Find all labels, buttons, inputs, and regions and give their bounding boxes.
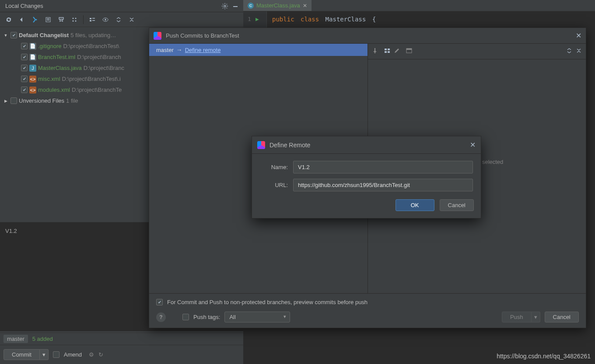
- svg-rect-21: [406, 49, 412, 50]
- history-icon[interactable]: ↻: [98, 351, 103, 358]
- file-icon: 📄: [29, 54, 36, 61]
- group-by-icon[interactable]: [68, 14, 80, 26]
- svg-rect-10: [90, 18, 91, 19]
- svg-point-15: [105, 19, 106, 21]
- chevron-right-icon[interactable]: ▶: [3, 99, 9, 103]
- define-remote-titlebar: Define Remote ✕: [252, 136, 481, 154]
- watermark: https://blog.csdn.net/qq_34826261: [497, 353, 591, 360]
- unversioned-checkbox[interactable]: [10, 97, 17, 104]
- changelist-checkbox[interactable]: [10, 32, 17, 38]
- collapse-all-icon[interactable]: [575, 47, 582, 55]
- layout-icon[interactable]: [406, 47, 413, 55]
- define-remote-dialog: Define Remote ✕ Name: URL: OK Cancel: [252, 136, 481, 218]
- commit-dropdown-button[interactable]: ▾: [40, 349, 49, 360]
- expand-all-icon[interactable]: [566, 47, 573, 55]
- gutter: 1 ▶: [243, 11, 267, 29]
- chevron-down-icon[interactable]: ▼: [3, 33, 9, 38]
- arrow-right-icon: →: [176, 46, 182, 53]
- diff-icon[interactable]: [29, 14, 41, 26]
- svg-rect-17: [388, 49, 390, 50]
- gear-icon[interactable]: ⚙: [89, 351, 94, 358]
- collapse-all-icon[interactable]: [126, 14, 138, 26]
- intellij-logo-icon: [257, 141, 265, 149]
- file-path: D:\project\BranchTest\: [63, 43, 119, 49]
- push-tags-checkbox[interactable]: [182, 314, 189, 320]
- svg-rect-5: [47, 20, 49, 21]
- close-tab-icon[interactable]: ✕: [303, 3, 307, 9]
- svg-rect-12: [92, 18, 95, 19]
- changelist-name: Default Changelist: [19, 32, 69, 38]
- push-tags-label: Push tags:: [193, 314, 220, 320]
- status-row: master 5 added: [0, 333, 243, 345]
- push-button[interactable]: Push: [502, 312, 532, 322]
- unversioned-count: 1 file: [66, 97, 78, 104]
- svg-rect-1: [233, 6, 238, 7]
- changelist-icon[interactable]: [42, 14, 54, 26]
- amend-label: Amend: [64, 351, 82, 358]
- define-remote-link[interactable]: Define remote: [185, 47, 221, 53]
- gear-icon[interactable]: [220, 1, 230, 11]
- file-path: D:\project\BranchTe: [72, 87, 122, 93]
- editor-tab[interactable]: C MasterClass.java ✕: [243, 0, 312, 11]
- svg-point-6: [73, 17, 74, 19]
- preview-icon[interactable]: [99, 14, 112, 26]
- file-icon: 📄: [29, 43, 36, 50]
- help-icon[interactable]: ?: [156, 312, 166, 322]
- ok-button[interactable]: OK: [396, 199, 434, 211]
- left-bottom-bar: master 5 added Commit ▾ Amend ⚙ ↻: [0, 333, 243, 364]
- branch-label[interactable]: master: [4, 335, 28, 343]
- file-path: D:\project\Branch: [77, 54, 121, 60]
- close-icon[interactable]: ✕: [571, 31, 581, 40]
- file-name: misc.xml: [38, 76, 60, 82]
- name-input[interactable]: [293, 161, 473, 173]
- pin-icon[interactable]: [371, 47, 378, 55]
- close-icon[interactable]: ✕: [470, 141, 476, 149]
- define-remote-title: Define Remote: [270, 142, 466, 149]
- preview-commits-label: For Commit and Push to non-protected bra…: [167, 299, 368, 305]
- commit-button-group: Commit ▾: [4, 349, 49, 360]
- amend-checkbox[interactable]: [53, 351, 60, 358]
- push-dropdown-button[interactable]: ▾: [532, 312, 540, 322]
- name-label: Name:: [260, 164, 288, 170]
- svg-point-9: [75, 20, 77, 21]
- file-checkbox[interactable]: [21, 87, 28, 93]
- run-gutter-icon[interactable]: ▶: [256, 16, 259, 22]
- expand-all-icon[interactable]: [112, 14, 125, 26]
- class-icon: C: [248, 3, 254, 9]
- tab-file-name: MasterClass.java: [256, 2, 300, 9]
- separator: [83, 15, 84, 24]
- edit-icon[interactable]: [393, 47, 400, 55]
- cancel-button[interactable]: Cancel: [545, 312, 579, 322]
- intellij-logo-icon: [154, 32, 161, 40]
- changelist-status: 5 files, updating…: [70, 32, 116, 38]
- file-checkbox[interactable]: [21, 65, 28, 71]
- local-branch: master: [156, 47, 174, 53]
- file-checkbox[interactable]: [21, 76, 28, 82]
- commit-button[interactable]: Commit: [4, 349, 40, 360]
- commit-actions-row: Commit ▾ Amend ⚙ ↻: [0, 345, 243, 364]
- push-tags-select[interactable]: All: [224, 312, 290, 322]
- branch-mapping-row[interactable]: master → Define remote: [149, 44, 368, 56]
- local-changes-toolbar: [0, 12, 243, 27]
- shelve-icon[interactable]: [55, 14, 67, 26]
- svg-rect-19: [388, 51, 390, 53]
- url-input[interactable]: [293, 179, 473, 191]
- file-path: D:\project\Branc: [84, 65, 124, 71]
- view-options-icon[interactable]: [86, 14, 98, 26]
- cancel-button[interactable]: Cancel: [440, 199, 474, 211]
- svg-point-0: [224, 5, 226, 7]
- group-icon[interactable]: [384, 47, 391, 55]
- push-dialog-footer: For Commit and Push to non-protected bra…: [149, 293, 586, 328]
- refresh-icon[interactable]: [3, 14, 15, 26]
- line-number: 1: [248, 16, 251, 22]
- push-right-toolbar: [368, 44, 586, 59]
- preview-commits-checkbox[interactable]: [156, 299, 163, 305]
- file-checkbox[interactable]: [21, 43, 28, 49]
- xml-file-icon: <>: [29, 87, 36, 94]
- minimize-icon[interactable]: [230, 1, 241, 11]
- svg-point-2: [36, 19, 37, 20]
- file-checkbox[interactable]: [21, 54, 28, 60]
- code-line: public class MasterClass {: [272, 16, 376, 23]
- rollback-icon[interactable]: [16, 14, 28, 26]
- code-editor[interactable]: 1 ▶ public class MasterClass {: [243, 11, 595, 29]
